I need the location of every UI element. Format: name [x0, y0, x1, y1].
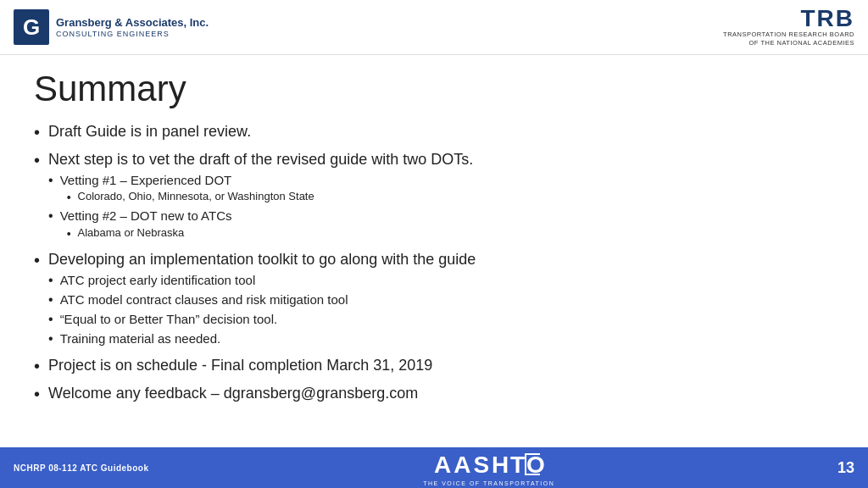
footer-nchrp-label: NCHRP 08-112 ATC Guidebook: [14, 463, 149, 473]
aashto-logo-container: AASH T O THE VOICE OF TRANSPORTATION: [149, 449, 829, 486]
page-number: 13: [829, 459, 854, 477]
trb-full-name: TRANSPORTATION RESEARCH BOARD OF THE NAT…: [723, 30, 854, 47]
aashto-logo: AASH T O THE VOICE OF TRANSPORTATION: [423, 449, 554, 486]
sub-item-3-1: ATC project early identification tool: [48, 272, 834, 290]
bullet-4-text: Project is on schedule - Final completio…: [48, 355, 834, 375]
slide-title: Summary: [34, 69, 834, 109]
sub-2-2-text: Vetting #2 – DOT new to ATCs: [60, 208, 232, 223]
bullet-5-text: Welcome any feedback – dgransberg@gransb…: [48, 383, 834, 403]
bullet-2-text: Next step is to vet the draft of the rev…: [48, 151, 473, 168]
bullet-item-2: Next step is to vet the draft of the rev…: [34, 149, 834, 245]
sub-3-3-text: “Equal to or Better Than” decision tool.: [60, 311, 834, 328]
bullet-item-4: Project is on schedule - Final completio…: [34, 355, 834, 378]
slide-footer: NCHRP 08-112 ATC Guidebook AASH T O THE …: [0, 447, 868, 488]
left-logo: G Gransberg & Associates, Inc. CONSULTIN…: [14, 9, 209, 45]
bullet-2-sublist: Vetting #1 – Experienced DOT Colorado, O…: [48, 172, 834, 242]
sub-sub-list-2-1: Colorado, Ohio, Minnesota, or Washington…: [60, 190, 834, 205]
company-name: Gransberg & Associates, Inc.: [56, 16, 209, 30]
sub-2-1-text: Vetting #1 – Experienced DOT: [60, 173, 232, 187]
sub-sub-list-2-2: Alabama or Nebraska: [60, 226, 834, 241]
aashto-logo-svg: AASH T O: [430, 449, 548, 480]
sub-3-2-text: ATC model contract clauses and risk miti…: [60, 291, 834, 308]
bullet-item-5: Welcome any feedback – dgransberg@gransb…: [34, 383, 834, 406]
subsub-item-2-1-1: Colorado, Ohio, Minnesota, or Washington…: [67, 190, 834, 205]
sub-3-4-text: Training material as needed.: [60, 330, 834, 347]
slide-content: Summary Draft Guide is in panel review. …: [0, 55, 868, 448]
sub-item-3-2: ATC model contract clauses and risk miti…: [48, 291, 834, 309]
subsub-item-2-2-1: Alabama or Nebraska: [67, 226, 834, 241]
slide: G Gransberg & Associates, Inc. CONSULTIN…: [0, 0, 868, 488]
bullet-3-text: Developing an implementation toolkit to …: [48, 251, 476, 268]
bullet-item-1: Draft Guide is in panel review.: [34, 121, 834, 144]
svg-text:T: T: [510, 452, 525, 478]
svg-text:O: O: [526, 452, 545, 478]
slide-header: G Gransberg & Associates, Inc. CONSULTIN…: [0, 0, 868, 55]
aashto-subtitle: THE VOICE OF TRANSPORTATION: [423, 480, 554, 486]
sub-item-2-2: Vetting #2 – DOT new to ATCs Alabama or …: [48, 208, 834, 242]
trb-logo: TRB TRANSPORTATION RESEARCH BOARD OF THE…: [723, 7, 854, 47]
sub-item-3-3: “Equal to or Better Than” decision tool.: [48, 311, 834, 329]
sub-item-2-1: Vetting #1 – Experienced DOT Colorado, O…: [48, 172, 834, 207]
bullet-3-sublist: ATC project early identification tool AT…: [48, 272, 834, 347]
trb-logo-container: TRB TRANSPORTATION RESEARCH BOARD OF THE…: [723, 7, 854, 47]
gransberg-logo-icon: G: [14, 9, 49, 45]
company-subtitle: CONSULTING ENGINEERS: [56, 30, 209, 38]
main-bullet-list: Draft Guide is in panel review. Next ste…: [34, 121, 834, 406]
trb-acronym: TRB: [800, 7, 854, 30]
svg-text:G: G: [23, 14, 40, 40]
gransberg-logo-text: Gransberg & Associates, Inc. CONSULTING …: [56, 16, 209, 38]
sub-item-3-4: Training material as needed.: [48, 330, 834, 348]
sub-3-1-text: ATC project early identification tool: [60, 272, 834, 289]
bullet-item-3: Developing an implementation toolkit to …: [34, 249, 834, 349]
bullet-1-text: Draft Guide is in panel review.: [48, 121, 834, 141]
svg-text:AASH: AASH: [434, 452, 511, 478]
